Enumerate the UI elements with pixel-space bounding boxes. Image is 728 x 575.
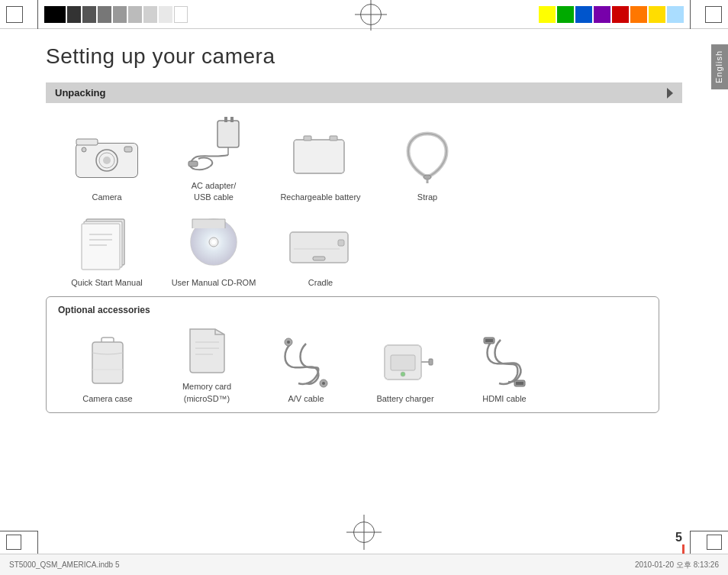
gray-bar-4 [113, 6, 127, 23]
svg-rect-12 [188, 161, 198, 166]
camera-icon [72, 126, 141, 187]
cradle-label: Cradle [308, 277, 333, 289]
cradle-icon [286, 212, 355, 273]
swatch-lightblue [667, 6, 684, 23]
color-bars-right [533, 3, 690, 26]
center-cross-bottom [353, 522, 375, 543]
section-arrow [667, 88, 673, 99]
unpacking-title: Unpacking [55, 87, 105, 99]
item-quick-start: Quick Start Manual [53, 212, 160, 289]
svg-rect-13 [294, 140, 344, 173]
date-info: 2010-01-20 오후 8:13:26 [635, 560, 719, 570]
main-content: English Setting up your camera Unpacking [0, 29, 728, 413]
optional-title: Optional accessories [58, 305, 647, 315]
svg-rect-8 [217, 121, 239, 147]
svg-point-7 [82, 147, 86, 152]
battery-charger-label: Battery charger [376, 393, 433, 405]
svg-rect-51 [516, 382, 523, 385]
ac-adapter-label: AC adapter/USB cable [192, 180, 237, 204]
svg-point-41 [322, 382, 325, 385]
black-bar [44, 6, 66, 23]
hdmi-cable-label: HDMI cable [482, 393, 526, 405]
svg-rect-31 [313, 257, 325, 260]
battery-charger-icon [377, 335, 434, 389]
memory-card-icon [186, 323, 228, 376]
svg-rect-11 [230, 117, 234, 122]
optional-item-hdmi-cable: HDMI cable [455, 335, 554, 405]
battery-icon [290, 126, 351, 187]
color-bars-left [38, 3, 209, 26]
svg-point-45 [401, 372, 405, 376]
battery-label: Rechargeable battery [280, 192, 360, 203]
unpacking-row-2: Quick Start Manual [46, 212, 682, 289]
page-number-accent [682, 544, 685, 554]
item-ac-adapter: AC adapter/USB cable [160, 115, 267, 204]
gray-bar-7 [159, 6, 172, 23]
cross-circle-top [360, 4, 382, 25]
strap-icon [404, 126, 450, 187]
optional-accessories-box: Optional accessories Camera case [46, 296, 659, 413]
optional-items-row: Camera case Memory card(microSD™) [58, 323, 647, 405]
gray-bar-8 [174, 6, 188, 23]
swatch-yellow [539, 6, 556, 23]
swatch-gold [649, 6, 665, 23]
memory-card-label: Memory card(microSD™) [182, 381, 231, 405]
optional-item-memory-card: Memory card(microSD™) [157, 323, 256, 405]
item-cradle: Cradle [267, 212, 374, 289]
svg-rect-10 [224, 117, 227, 122]
gray-bar-6 [143, 6, 157, 23]
item-cd-rom: User Manual CD-ROM [160, 212, 267, 289]
gray-bar-2 [82, 6, 96, 23]
corner-mark-bl [0, 531, 38, 554]
bottom-bar: ST5000_QSM_AMERICA.indb 5 2010-01-20 오후 … [0, 554, 728, 575]
swatch-purple [594, 6, 610, 23]
gray-bar-5 [128, 6, 142, 23]
svg-rect-16 [330, 136, 337, 141]
quick-start-label: Quick Start Manual [71, 277, 143, 289]
top-print-marks [0, 0, 728, 29]
svg-rect-6 [124, 147, 132, 152]
svg-rect-21 [82, 224, 120, 270]
corner-mark-br [690, 531, 728, 554]
swatch-orange [630, 6, 647, 23]
svg-rect-15 [304, 136, 311, 141]
center-cross-top [209, 4, 533, 25]
swatch-red [612, 6, 629, 23]
optional-item-camera-case: Camera case [58, 335, 157, 405]
svg-rect-44 [391, 355, 415, 370]
camera-case-label: Camera case [82, 393, 132, 405]
unpacking-row-1: Camera AC adapter/USB cab [46, 115, 682, 204]
svg-rect-32 [338, 240, 344, 246]
ac-adapter-icon [179, 115, 248, 176]
optional-item-battery-charger: Battery charger [356, 335, 455, 405]
corner-mark-tl [0, 0, 38, 29]
svg-point-5 [103, 157, 111, 164]
gray-bar-1 [67, 6, 81, 23]
camera-case-icon [85, 335, 130, 389]
strap-label: Strap [417, 192, 437, 203]
av-cable-icon [279, 335, 333, 389]
item-camera: Camera [53, 126, 160, 203]
page-title: Setting up your camera [46, 44, 682, 69]
language-tab: English [711, 44, 728, 89]
corner-mark-tr [690, 0, 728, 29]
svg-point-39 [287, 341, 290, 344]
swatch-blue [575, 6, 592, 23]
item-strap: Strap [374, 126, 481, 203]
svg-rect-2 [76, 139, 98, 145]
page-number: 5 [675, 531, 682, 544]
quick-start-icon [80, 212, 134, 273]
svg-rect-49 [485, 339, 493, 342]
cd-rom-icon [183, 212, 244, 273]
svg-rect-47 [429, 359, 433, 365]
hdmi-cable-icon [478, 335, 531, 389]
item-battery: Rechargeable battery [267, 126, 374, 203]
swatch-green [557, 6, 574, 23]
camera-label: Camera [92, 192, 121, 203]
gray-bar-3 [98, 6, 111, 23]
av-cable-label: A/V cable [288, 393, 324, 405]
svg-point-17 [424, 175, 431, 179]
svg-point-28 [211, 240, 216, 244]
optional-item-av-cable: A/V cable [256, 335, 356, 405]
cd-rom-label: User Manual CD-ROM [172, 277, 256, 289]
